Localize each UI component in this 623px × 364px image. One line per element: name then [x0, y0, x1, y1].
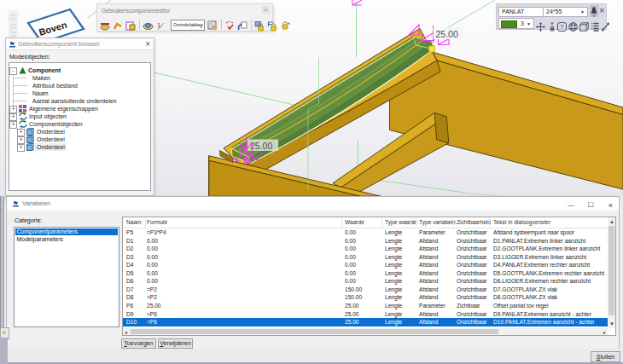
- svg-text:?: ?: [560, 23, 563, 31]
- svg-text:25.00: 25.00: [436, 29, 458, 39]
- svg-text:25.00: 25.00: [250, 141, 272, 151]
